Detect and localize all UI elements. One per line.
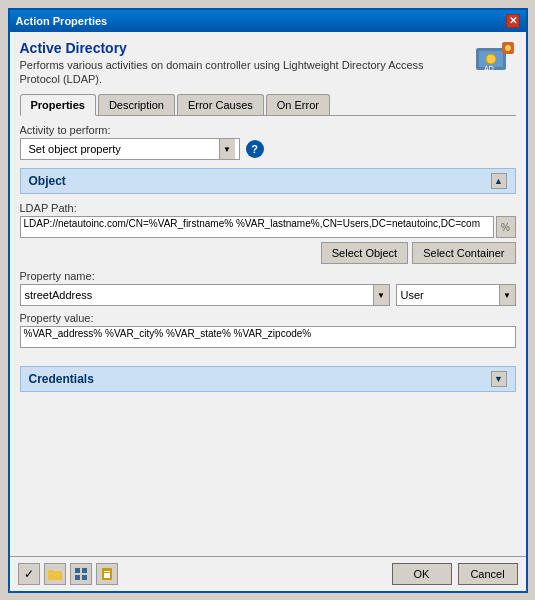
svg-rect-10 <box>75 575 80 580</box>
ad-icon: AD <box>474 40 516 78</box>
activity-label: Activity to perform: <box>20 124 516 136</box>
property-type-arrow[interactable]: ▼ <box>499 285 515 305</box>
check-icon-button[interactable]: ✓ <box>18 563 40 585</box>
property-name-row: Property name: streetAddress ▼ User ▼ <box>20 270 516 306</box>
ok-button[interactable]: OK <box>392 563 452 585</box>
ldap-path-label: LDAP Path: <box>20 202 516 214</box>
ldap-path-input[interactable]: LDAP://netautoinc.com/CN=%VAR_firstname%… <box>20 216 494 238</box>
svg-rect-13 <box>104 571 110 572</box>
ldap-input-row: LDAP://netautoinc.com/CN=%VAR_firstname%… <box>20 216 516 238</box>
property-type-select[interactable]: User ▼ <box>396 284 516 306</box>
header-text: Active Directory Performs various activi… <box>20 40 466 87</box>
activity-select-value: Set object property <box>25 143 219 155</box>
tabs-bar: Properties Description Error Causes On E… <box>20 94 516 116</box>
property-value-input[interactable]: %VAR_address% %VAR_city% %VAR_state% %VA… <box>20 326 516 348</box>
activity-row: Activity to perform: Set object property… <box>20 124 516 160</box>
credentials-expand-button[interactable]: ▼ <box>491 371 507 387</box>
activity-select-arrow[interactable]: ▼ <box>219 139 235 159</box>
window-content: Active Directory Performs various activi… <box>10 32 526 556</box>
activity-select[interactable]: Set object property ▼ <box>20 138 240 160</box>
svg-text:AD: AD <box>484 65 494 72</box>
object-section-body: LDAP Path: LDAP://netautoinc.com/CN=%VAR… <box>20 198 516 358</box>
property-name-value: streetAddress <box>21 289 373 301</box>
select-object-button[interactable]: Select Object <box>321 242 408 264</box>
info-icon <box>101 568 113 580</box>
title-bar-label: Action Properties <box>16 15 108 27</box>
ldap-percent-button[interactable]: % <box>496 216 516 238</box>
tab-description[interactable]: Description <box>98 94 175 115</box>
object-section-header: Object ▲ <box>20 168 516 194</box>
property-name-arrow[interactable]: ▼ <box>373 285 389 305</box>
property-name-select[interactable]: streetAddress ▼ <box>20 284 390 306</box>
svg-point-2 <box>486 54 496 64</box>
folder-icon <box>48 568 62 580</box>
footer-icons: ✓ <box>18 563 118 585</box>
credentials-section-title: Credentials <box>29 372 94 386</box>
property-type-value: User <box>397 289 499 301</box>
tab-on-error[interactable]: On Error <box>266 94 330 115</box>
svg-rect-8 <box>75 568 80 573</box>
close-button[interactable]: ✕ <box>506 14 520 28</box>
ad-icon-container: AD <box>474 40 516 78</box>
footer-actions: OK Cancel <box>392 563 518 585</box>
svg-rect-14 <box>104 573 110 578</box>
header-title: Active Directory <box>20 40 466 56</box>
tab-error-causes[interactable]: Error Causes <box>177 94 264 115</box>
select-buttons-row: Select Object Select Container <box>20 242 516 264</box>
object-expand-button[interactable]: ▲ <box>491 173 507 189</box>
main-area: Activity to perform: Set object property… <box>20 124 516 547</box>
grid-icon-button[interactable] <box>70 563 92 585</box>
cancel-button[interactable]: Cancel <box>458 563 518 585</box>
svg-rect-11 <box>82 575 87 580</box>
svg-rect-9 <box>82 568 87 573</box>
property-value-label: Property value: <box>20 312 516 324</box>
credentials-section-header: Credentials ▼ <box>20 366 516 392</box>
folder-icon-button[interactable] <box>44 563 66 585</box>
property-value-text: %VAR_address% %VAR_city% %VAR_state% %VA… <box>24 328 312 339</box>
footer: ✓ <box>10 556 526 591</box>
property-value-row: Property value: %VAR_address% %VAR_city%… <box>20 312 516 348</box>
header-section: Active Directory Performs various activi… <box>20 40 516 87</box>
title-bar: Action Properties ✕ <box>10 10 526 32</box>
header-description: Performs various activities on domain co… <box>20 58 466 87</box>
svg-point-4 <box>505 45 511 51</box>
ldap-path-value: LDAP://netautoinc.com/CN=%VAR_firstname%… <box>24 218 480 229</box>
action-properties-window: Action Properties ✕ Active Directory Per… <box>8 8 528 593</box>
help-icon[interactable]: ? <box>246 140 264 158</box>
tab-properties[interactable]: Properties <box>20 94 96 116</box>
select-container-button[interactable]: Select Container <box>412 242 515 264</box>
svg-rect-7 <box>48 570 54 573</box>
property-selects-row: streetAddress ▼ User ▼ <box>20 284 516 306</box>
property-name-label: Property name: <box>20 270 516 282</box>
object-section-title: Object <box>29 174 66 188</box>
info-icon-button[interactable] <box>96 563 118 585</box>
grid-icon <box>75 568 87 580</box>
